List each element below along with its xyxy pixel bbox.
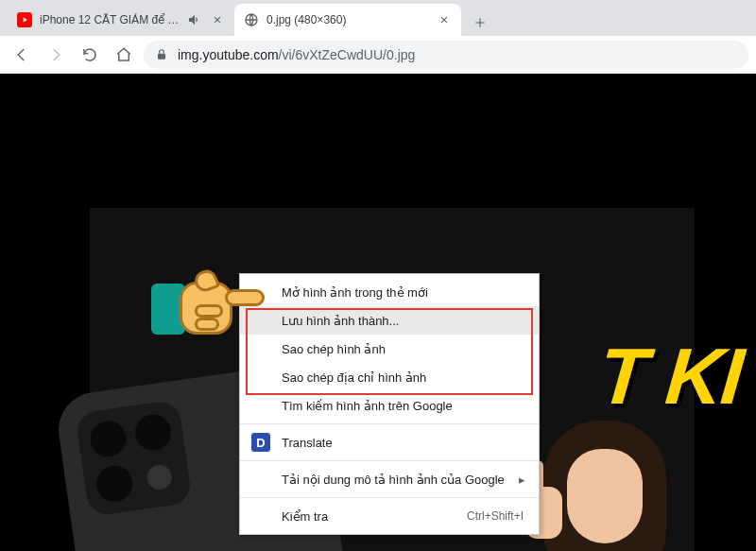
ctx-separator: [240, 423, 539, 424]
extension-badge-icon: D: [251, 433, 270, 452]
submenu-arrow-icon: ▸: [519, 473, 525, 487]
ctx-item-label: Sao chép địa chỉ hình ảnh: [282, 370, 426, 385]
ctx-item-label: Sao chép hình ảnh: [282, 342, 386, 356]
svg-rect-2: [158, 53, 165, 59]
tab-title: 0.jpg (480×360): [266, 13, 429, 26]
ctx-item-label: Tìm kiếm hình ảnh trên Google: [282, 399, 453, 413]
page-viewport[interactable]: T KI Mở hình ảnh trong thẻ mới Lưu hình …: [0, 74, 756, 551]
back-button[interactable]: [8, 41, 36, 69]
ctx-image-description[interactable]: Tải nội dung mô tả hình ảnh của Google ▸: [240, 465, 539, 493]
youtube-icon: [17, 12, 32, 27]
ctx-open-new-tab[interactable]: Mở hình ảnh trong thẻ mới: [240, 278, 539, 306]
tab-youtube[interactable]: iPhone 12 CẮT GIẢM để TIẾT: [8, 4, 234, 36]
ctx-separator: [240, 497, 539, 498]
new-tab-button[interactable]: [467, 9, 493, 36]
thumb-black-bar: [90, 151, 695, 208]
ctx-copy-image[interactable]: Sao chép hình ảnh: [240, 335, 539, 363]
thumb-person-graphic: [524, 421, 685, 551]
globe-icon: [244, 12, 259, 27]
ctx-item-label: Mở hình ảnh trong thẻ mới: [282, 285, 428, 300]
ctx-inspect[interactable]: Kiểm tra Ctrl+Shift+I: [240, 502, 539, 530]
ctx-copy-image-address[interactable]: Sao chép địa chỉ hình ảnh: [240, 363, 539, 391]
address-bar[interactable]: img.youtube.com/vi/6vXtZeCwdUU/0.jpg: [144, 41, 748, 69]
url-text: img.youtube.com/vi/6vXtZeCwdUU/0.jpg: [178, 47, 737, 62]
tab-image[interactable]: 0.jpg (480×360): [234, 4, 461, 36]
tab-close[interactable]: [210, 12, 225, 27]
ctx-item-label: Translate: [282, 436, 333, 450]
ctx-search-google[interactable]: Tìm kiếm hình ảnh trên Google: [240, 391, 539, 420]
ctx-save-image-as[interactable]: Lưu hình ảnh thành...: [240, 306, 539, 335]
home-button[interactable]: [110, 41, 138, 69]
ctx-translate[interactable]: D Translate: [240, 428, 539, 456]
ctx-separator: [240, 460, 539, 461]
ctx-item-label: Kiểm tra: [282, 509, 328, 524]
tab-title: iPhone 12 CẮT GIẢM để TIẾT: [40, 13, 180, 26]
mute-icon[interactable]: [187, 12, 202, 27]
ctx-item-label: Lưu hình ảnh thành...: [282, 314, 399, 328]
reload-button[interactable]: [76, 41, 104, 69]
thumb-headline: T KI: [595, 331, 746, 422]
lock-icon: [155, 48, 168, 61]
tab-strip: iPhone 12 CẮT GIẢM để TIẾT 0.jpg (480×36…: [0, 0, 756, 36]
forward-button[interactable]: [42, 41, 70, 69]
tab-close[interactable]: [437, 12, 452, 27]
browser-toolbar: img.youtube.com/vi/6vXtZeCwdUU/0.jpg: [0, 36, 756, 74]
ctx-shortcut: Ctrl+Shift+I: [467, 509, 524, 523]
ctx-item-label: Tải nội dung mô tả hình ảnh của Google: [282, 473, 505, 487]
context-menu: Mở hình ảnh trong thẻ mới Lưu hình ảnh t…: [239, 273, 540, 535]
